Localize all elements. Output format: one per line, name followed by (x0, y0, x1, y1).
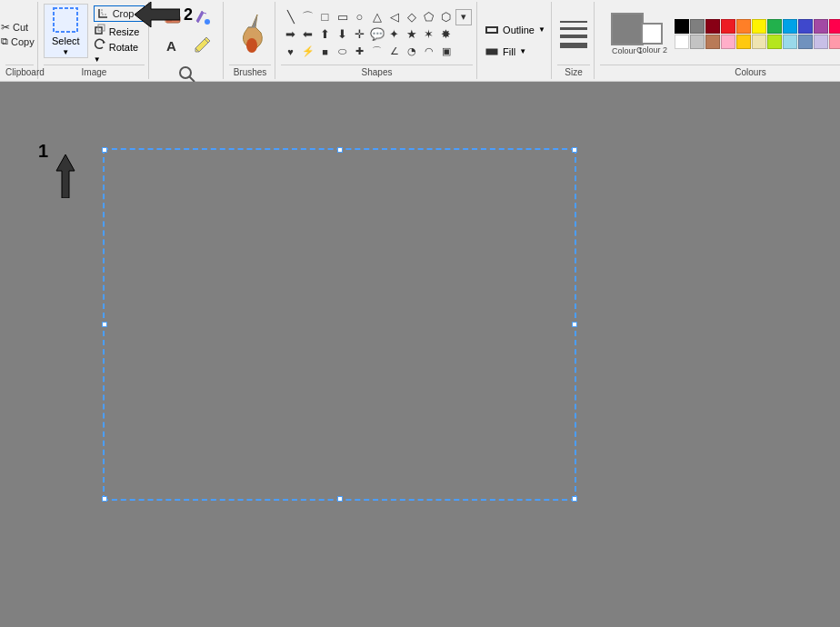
crop-label: Crop (113, 8, 135, 19)
color-gold[interactable] (736, 35, 751, 49)
brushes-icon (232, 11, 268, 58)
handle-bl[interactable] (102, 496, 107, 502)
scissors-icon: ✂ (1, 21, 10, 34)
frame-shape[interactable]: ▣ (438, 44, 455, 60)
color-cyan[interactable] (783, 19, 797, 34)
color-steel[interactable] (798, 35, 813, 49)
color-darkred[interactable] (705, 19, 720, 34)
4arrow-shape[interactable]: ✛ (352, 26, 368, 43)
more-shapes[interactable]: ▾ (455, 9, 472, 25)
color-lavender[interactable] (814, 35, 828, 49)
outline-button[interactable]: Outline ▼ (480, 21, 550, 39)
handle-tl[interactable] (102, 147, 107, 153)
select-icon (52, 6, 79, 34)
darrow-shape[interactable]: ⬇ (335, 26, 351, 43)
cut-button[interactable]: ✂ Cut (0, 20, 40, 35)
ellipse-shape[interactable]: ○ (352, 9, 368, 25)
svg-marker-3 (103, 40, 105, 44)
handle-br[interactable] (572, 496, 577, 502)
svg-text:A: A (166, 38, 176, 54)
star6-shape[interactable]: ✶ (421, 26, 437, 43)
angle-shape[interactable]: ∠ (386, 44, 403, 60)
color-pink[interactable] (721, 35, 735, 49)
cut-label: Cut (13, 22, 28, 33)
pie-shape[interactable]: ◔ (404, 44, 420, 60)
size-line-4[interactable] (560, 43, 587, 48)
eraser-button[interactable] (160, 4, 185, 29)
copy-label: Copy (11, 36, 35, 47)
color-lightgray[interactable] (690, 35, 705, 49)
svg-rect-5 (165, 15, 172, 23)
callout-shape[interactable]: 💬 (369, 26, 385, 43)
colour2-swatch[interactable] (641, 23, 663, 45)
shapes-label: Shapes (281, 65, 473, 77)
color-yellow-green[interactable] (767, 35, 782, 49)
color-black[interactable] (675, 19, 689, 34)
text-icon: A (163, 35, 183, 55)
canvas-area[interactable]: 1 (0, 82, 840, 627)
fill-label: Fill (503, 46, 515, 57)
clipboard-buttons: ✂ Cut ⧉ Copy (0, 20, 40, 48)
pentagon-shape[interactable]: ⬠ (421, 9, 437, 25)
select-button[interactable]: Select ▼ (44, 4, 88, 58)
fill-chevron: ▼ (519, 47, 526, 55)
curve-shape[interactable]: ⌒ (300, 9, 316, 25)
copy-button[interactable]: ⧉ Copy (0, 35, 40, 48)
color-gray[interactable] (690, 19, 705, 34)
color-cream[interactable] (752, 35, 766, 49)
rarrow-shape[interactable]: ➡ (283, 26, 299, 43)
uarrow-shape[interactable]: ⬆ (317, 26, 334, 43)
star4-shape[interactable]: ✦ (386, 26, 403, 43)
star5-shape[interactable]: ★ (404, 26, 420, 43)
color-orange[interactable] (736, 19, 751, 34)
handle-bm[interactable] (337, 496, 343, 502)
larrow-shape[interactable]: ⬅ (300, 26, 316, 43)
toolbar: ✂ Cut ⧉ Copy Clipboard Select ▼ (0, 0, 840, 82)
color-yellow[interactable] (752, 19, 766, 34)
cylinder-shape[interactable]: ⬭ (335, 44, 351, 60)
resize-button[interactable]: Resize (94, 23, 145, 37)
rect-shape[interactable]: □ (317, 9, 334, 25)
size-line-3[interactable] (560, 35, 587, 38)
roundrect-shape[interactable]: ▭ (335, 9, 351, 25)
heart-shape[interactable]: ♥ (283, 44, 299, 60)
pencil-button[interactable] (189, 33, 215, 58)
color-brown[interactable] (705, 35, 720, 49)
color-sky[interactable] (783, 35, 797, 49)
handle-ml[interactable] (102, 322, 107, 327)
handle-tr[interactable] (572, 147, 577, 153)
triangle-shape[interactable]: △ (369, 9, 385, 25)
cross-shape[interactable]: ✚ (352, 44, 368, 60)
crop-button[interactable]: Crop (94, 5, 145, 22)
size-line-1[interactable] (560, 21, 587, 23)
square-shape[interactable]: ■ (317, 44, 334, 60)
chord-shape[interactable]: ◠ (421, 44, 437, 60)
line-shape[interactable]: ╲ (283, 9, 299, 25)
rtriangle-shape[interactable]: ◁ (386, 9, 403, 25)
color-rose[interactable] (829, 19, 840, 34)
size-line-2[interactable] (560, 27, 587, 30)
color-salmon[interactable] (829, 35, 840, 49)
colours-label: Colours (600, 65, 840, 77)
color-green[interactable] (767, 19, 782, 34)
burst-shape[interactable]: ✸ (438, 26, 455, 43)
diamond-shape[interactable]: ◇ (404, 9, 420, 25)
handle-tm[interactable] (337, 147, 343, 153)
lightning-shape[interactable]: ⚡ (300, 44, 316, 60)
svg-rect-14 (486, 49, 497, 55)
shapes-section: ╲ ⌒ □ ▭ ○ △ ◁ ◇ ⬠ ⬡ ▾ ➡ ⬅ ⬆ ⬇ (277, 2, 477, 79)
text-button[interactable]: A (160, 33, 185, 58)
color-purple[interactable] (814, 19, 828, 34)
fill-color-button[interactable] (189, 4, 215, 29)
color-blue[interactable] (798, 19, 813, 34)
hexagon-shape[interactable]: ⬡ (438, 9, 455, 25)
color-red[interactable] (721, 19, 735, 34)
handle-mr[interactable] (572, 322, 577, 327)
rotate-button[interactable]: Rotate ▼ (94, 38, 145, 64)
svg-point-7 (205, 19, 210, 25)
bracket-shape[interactable]: ⌒ (369, 44, 385, 60)
rotate-icon (94, 38, 106, 51)
clipboard-section: ✂ Cut ⧉ Copy Clipboard (2, 2, 38, 79)
color-white[interactable] (675, 35, 689, 49)
fill-button[interactable]: Fill ▼ (480, 43, 531, 61)
